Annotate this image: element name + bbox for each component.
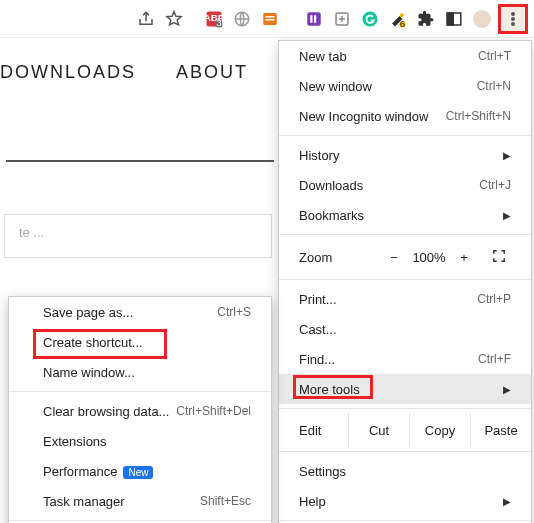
svg-text:6: 6: [400, 17, 405, 28]
submenu-task-manager[interactable]: Task managerShift+Esc: [9, 486, 271, 516]
zoom-in-button[interactable]: +: [449, 250, 479, 265]
svg-point-12: [363, 11, 378, 26]
menu-separator: [9, 391, 271, 392]
page-divider: [6, 160, 274, 162]
edit-copy[interactable]: Copy: [410, 413, 471, 447]
menu-help[interactable]: Help▶: [279, 486, 531, 516]
svg-text:3: 3: [216, 16, 221, 27]
chevron-right-icon: ▶: [503, 384, 511, 395]
submenu-save-page[interactable]: Save page as...Ctrl+S: [9, 297, 271, 327]
svg-rect-18: [473, 10, 491, 28]
menu-separator: [279, 520, 531, 521]
svg-rect-7: [266, 19, 275, 21]
menu-edit-row: Edit Cut Copy Paste: [279, 413, 531, 447]
zoom-out-button[interactable]: −: [379, 250, 409, 265]
plus-box-icon[interactable]: [330, 7, 354, 31]
menu-settings[interactable]: Settings: [279, 456, 531, 486]
svg-rect-9: [310, 15, 312, 23]
globe-icon[interactable]: [230, 7, 254, 31]
more-tools-submenu: Save page as...Ctrl+S Create shortcut...…: [8, 296, 272, 523]
nav-about[interactable]: ABOUT: [176, 62, 248, 83]
menu-bookmarks[interactable]: Bookmarks▶: [279, 200, 531, 230]
page-input[interactable]: te ...: [4, 214, 272, 258]
menu-new-tab[interactable]: New tabCtrl+T: [279, 41, 531, 71]
menu-new-window[interactable]: New windowCtrl+N: [279, 71, 531, 101]
extensions-icon[interactable]: [414, 7, 438, 31]
fullscreen-icon[interactable]: [487, 249, 511, 266]
zoom-value: 100%: [409, 250, 449, 265]
menu-print[interactable]: Print...Ctrl+P: [279, 284, 531, 314]
menu-history[interactable]: History▶: [279, 140, 531, 170]
profile-avatar[interactable]: [470, 7, 494, 31]
menu-separator: [279, 234, 531, 235]
new-badge: New: [123, 466, 153, 479]
edit-cut[interactable]: Cut: [349, 413, 410, 447]
star-icon[interactable]: [162, 7, 186, 31]
submenu-performance[interactable]: PerformanceNew: [9, 456, 271, 486]
kebab-menu-button[interactable]: [498, 4, 528, 34]
panel-icon[interactable]: [442, 7, 466, 31]
menu-separator: [279, 135, 531, 136]
edit-label: Edit: [279, 413, 349, 447]
menu-more-tools[interactable]: More tools▶: [279, 374, 531, 404]
svg-point-13: [400, 13, 404, 17]
svg-rect-10: [314, 15, 316, 23]
chevron-right-icon: ▶: [503, 150, 511, 161]
nav-downloads[interactable]: DOWNLOADS: [0, 62, 136, 83]
submenu-create-shortcut[interactable]: Create shortcut...: [9, 327, 271, 357]
svg-rect-6: [266, 16, 275, 18]
chevron-right-icon: ▶: [503, 210, 511, 221]
zoom-label: Zoom: [299, 250, 379, 265]
menu-separator: [279, 451, 531, 452]
menu-incognito[interactable]: New Incognito windowCtrl+Shift+N: [279, 101, 531, 131]
edit-paste[interactable]: Paste: [471, 413, 531, 447]
menu-zoom-row: Zoom − 100% +: [279, 239, 531, 275]
reader-icon[interactable]: [258, 7, 282, 31]
brush-ext-icon[interactable]: 6: [386, 7, 410, 31]
menu-separator: [9, 520, 271, 521]
menu-find[interactable]: Find...Ctrl+F: [279, 344, 531, 374]
svg-rect-17: [447, 13, 453, 25]
menu-downloads[interactable]: DownloadsCtrl+J: [279, 170, 531, 200]
submenu-name-window[interactable]: Name window...: [9, 357, 271, 387]
abp-icon[interactable]: ABP3: [202, 7, 226, 31]
chevron-right-icon: ▶: [503, 496, 511, 507]
menu-cast[interactable]: Cast...: [279, 314, 531, 344]
chrome-main-menu: New tabCtrl+T New windowCtrl+N New Incog…: [278, 40, 532, 523]
menu-separator: [279, 408, 531, 409]
submenu-extensions[interactable]: Extensions: [9, 426, 271, 456]
submenu-clear-data[interactable]: Clear browsing data...Ctrl+Shift+Del: [9, 396, 271, 426]
purple-ext-icon[interactable]: [302, 7, 326, 31]
share-icon[interactable]: [134, 7, 158, 31]
menu-separator: [279, 279, 531, 280]
grammarly-icon[interactable]: [358, 7, 382, 31]
browser-toolbar: ABP3 6: [0, 0, 534, 38]
